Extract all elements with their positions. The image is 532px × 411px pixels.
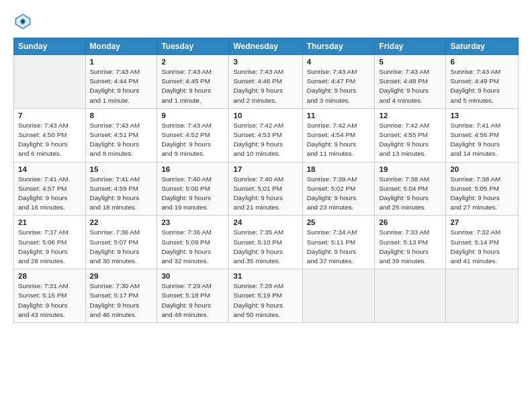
calendar-cell: 12Sunrise: 7:42 AMSunset: 4:55 PMDayligh… [375,108,446,162]
calendar-cell: 23Sunrise: 7:36 AMSunset: 5:09 PMDayligh… [157,216,229,269]
calendar-cell: 27Sunrise: 7:32 AMSunset: 5:14 PMDayligh… [446,216,519,269]
day-number: 12 [379,111,441,120]
day-number: 9 [161,111,224,120]
calendar-cell: 22Sunrise: 7:36 AMSunset: 5:07 PMDayligh… [85,216,157,269]
day-number: 24 [233,218,298,226]
day-detail: Sunrise: 7:41 AMSunset: 4:59 PMDaylight:… [90,175,153,213]
day-detail: Sunrise: 7:43 AMSunset: 4:46 PMDaylight:… [233,67,298,105]
logo-icon [13,12,32,31]
day-number: 2 [161,58,224,66]
calendar-cell: 24Sunrise: 7:35 AMSunset: 5:10 PMDayligh… [229,216,302,269]
day-number: 5 [379,58,441,66]
calendar-cell: 21Sunrise: 7:37 AMSunset: 5:06 PMDayligh… [14,216,86,269]
day-detail: Sunrise: 7:41 AMSunset: 4:57 PMDaylight:… [18,175,81,213]
day-detail: Sunrise: 7:43 AMSunset: 4:52 PMDaylight:… [161,121,224,159]
col-header-saturday: Saturday [446,38,519,55]
header-row: SundayMondayTuesdayWednesdayThursdayFrid… [14,38,519,55]
calendar-cell: 2Sunrise: 7:43 AMSunset: 4:45 PMDaylight… [157,55,229,109]
calendar-cell [302,269,375,323]
day-detail: Sunrise: 7:40 AMSunset: 5:00 PMDaylight:… [161,175,224,213]
calendar-cell: 31Sunrise: 7:28 AMSunset: 5:19 PMDayligh… [229,269,302,323]
logo [13,12,34,31]
svg-point-2 [21,20,24,23]
calendar-cell [446,269,519,323]
day-detail: Sunrise: 7:42 AMSunset: 4:53 PMDaylight:… [233,121,298,159]
day-number: 7 [18,111,81,120]
day-number: 1 [90,58,153,66]
day-detail: Sunrise: 7:38 AMSunset: 5:05 PMDaylight:… [450,175,514,213]
day-detail: Sunrise: 7:31 AMSunset: 5:15 PMDaylight:… [18,281,81,320]
day-detail: Sunrise: 7:40 AMSunset: 5:01 PMDaylight:… [233,175,298,213]
day-number: 30 [161,272,224,280]
day-number: 15 [90,165,153,173]
day-number: 8 [90,111,153,120]
day-detail: Sunrise: 7:37 AMSunset: 5:06 PMDaylight:… [18,228,81,266]
day-detail: Sunrise: 7:35 AMSunset: 5:10 PMDaylight:… [233,228,298,266]
day-detail: Sunrise: 7:43 AMSunset: 4:48 PMDaylight:… [379,67,441,105]
day-detail: Sunrise: 7:43 AMSunset: 4:47 PMDaylight:… [307,67,371,105]
day-number: 23 [161,218,224,226]
calendar-cell: 4Sunrise: 7:43 AMSunset: 4:47 PMDaylight… [302,55,375,109]
calendar-cell [375,269,446,323]
week-row-5: 28Sunrise: 7:31 AMSunset: 5:15 PMDayligh… [14,269,519,323]
day-number: 22 [90,218,153,226]
calendar-cell: 16Sunrise: 7:40 AMSunset: 5:00 PMDayligh… [157,162,229,216]
day-number: 25 [307,218,371,226]
col-header-monday: Monday [85,38,157,55]
day-detail: Sunrise: 7:30 AMSunset: 5:17 PMDaylight:… [90,281,153,320]
day-detail: Sunrise: 7:34 AMSunset: 5:11 PMDaylight:… [307,228,371,266]
col-header-friday: Friday [375,38,446,55]
day-number: 17 [233,165,298,173]
calendar-cell: 14Sunrise: 7:41 AMSunset: 4:57 PMDayligh… [14,162,86,216]
day-detail: Sunrise: 7:43 AMSunset: 4:49 PMDaylight:… [450,67,514,105]
col-header-tuesday: Tuesday [157,38,229,55]
day-number: 10 [233,111,298,120]
day-number: 11 [307,111,371,120]
calendar-cell: 7Sunrise: 7:43 AMSunset: 4:50 PMDaylight… [14,108,86,162]
day-detail: Sunrise: 7:41 AMSunset: 4:56 PMDaylight:… [450,121,514,159]
calendar-cell: 26Sunrise: 7:33 AMSunset: 5:13 PMDayligh… [375,216,446,269]
calendar-cell: 1Sunrise: 7:43 AMSunset: 4:44 PMDaylight… [85,55,157,109]
day-number: 20 [450,165,514,173]
day-detail: Sunrise: 7:39 AMSunset: 5:02 PMDaylight:… [307,175,371,213]
day-number: 29 [90,272,153,280]
day-number: 14 [18,165,81,173]
calendar-cell: 8Sunrise: 7:43 AMSunset: 4:51 PMDaylight… [85,108,157,162]
day-number: 6 [450,58,514,66]
calendar-cell: 5Sunrise: 7:43 AMSunset: 4:48 PMDaylight… [375,55,446,109]
day-detail: Sunrise: 7:43 AMSunset: 4:50 PMDaylight:… [18,121,81,159]
day-detail: Sunrise: 7:28 AMSunset: 5:19 PMDaylight:… [233,281,298,320]
day-number: 26 [379,218,441,226]
week-row-3: 14Sunrise: 7:41 AMSunset: 4:57 PMDayligh… [14,162,519,216]
day-detail: Sunrise: 7:32 AMSunset: 5:14 PMDaylight:… [450,228,514,266]
day-number: 28 [18,272,81,280]
page: SundayMondayTuesdayWednesdayThursdayFrid… [0,0,532,411]
day-detail: Sunrise: 7:42 AMSunset: 4:54 PMDaylight:… [307,121,371,159]
calendar-cell: 15Sunrise: 7:41 AMSunset: 4:59 PMDayligh… [85,162,157,216]
day-number: 19 [379,165,441,173]
calendar-cell: 6Sunrise: 7:43 AMSunset: 4:49 PMDaylight… [446,55,519,109]
calendar-cell: 10Sunrise: 7:42 AMSunset: 4:53 PMDayligh… [229,108,302,162]
col-header-thursday: Thursday [302,38,375,55]
week-row-4: 21Sunrise: 7:37 AMSunset: 5:06 PMDayligh… [14,216,519,269]
calendar-cell: 30Sunrise: 7:29 AMSunset: 5:18 PMDayligh… [157,269,229,323]
day-detail: Sunrise: 7:38 AMSunset: 5:04 PMDaylight:… [379,175,441,213]
day-detail: Sunrise: 7:33 AMSunset: 5:13 PMDaylight:… [379,228,441,266]
calendar-cell: 3Sunrise: 7:43 AMSunset: 4:46 PMDaylight… [229,55,302,109]
day-number: 13 [450,111,514,120]
calendar-cell: 11Sunrise: 7:42 AMSunset: 4:54 PMDayligh… [302,108,375,162]
day-detail: Sunrise: 7:29 AMSunset: 5:18 PMDaylight:… [161,281,224,320]
day-detail: Sunrise: 7:42 AMSunset: 4:55 PMDaylight:… [379,121,441,159]
day-detail: Sunrise: 7:36 AMSunset: 5:07 PMDaylight:… [90,228,153,266]
day-number: 18 [307,165,371,173]
calendar-cell: 29Sunrise: 7:30 AMSunset: 5:17 PMDayligh… [85,269,157,323]
col-header-wednesday: Wednesday [229,38,302,55]
day-number: 16 [161,165,224,173]
calendar-table: SundayMondayTuesdayWednesdayThursdayFrid… [13,38,519,323]
col-header-sunday: Sunday [14,38,86,55]
day-detail: Sunrise: 7:43 AMSunset: 4:45 PMDaylight:… [161,67,224,105]
day-number: 27 [450,218,514,226]
day-detail: Sunrise: 7:43 AMSunset: 4:51 PMDaylight:… [90,121,153,159]
calendar-cell: 9Sunrise: 7:43 AMSunset: 4:52 PMDaylight… [157,108,229,162]
header [13,12,519,31]
